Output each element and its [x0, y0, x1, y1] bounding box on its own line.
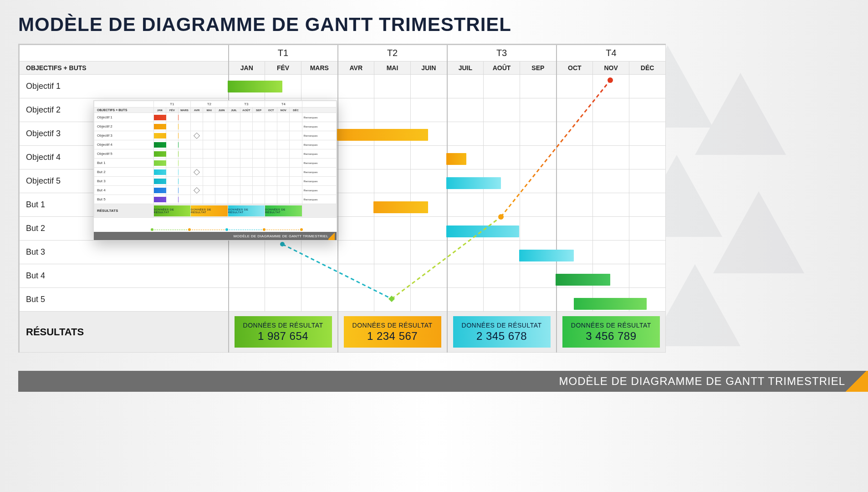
- result-t1: DONNÉES DE RÉSULTAT 1 987 654: [229, 312, 338, 353]
- result-t2: DONNÉES DE RÉSULTAT 1 234 567: [338, 312, 447, 353]
- page: MODÈLE DE DIAGRAMME DE GANTT TRIMESTRIEL…: [0, 0, 868, 492]
- result-t4: DONNÉES DE RÉSULTAT 3 456 789: [557, 312, 666, 353]
- month-juil: JUIL: [447, 62, 484, 75]
- month-mai: MAI: [374, 62, 411, 75]
- inset-footer: MODÈLE DE DIAGRAMME DE GANTT TRIMESTRIEL: [94, 232, 337, 240]
- row-but-3: But 3: [19, 241, 229, 264]
- month-aout: AOÛT: [484, 62, 520, 75]
- row-but-5: But 5: [19, 288, 229, 312]
- quarter-t4: T4: [557, 45, 666, 62]
- objectives-header: OBJECTIFS + BUTS: [19, 62, 229, 75]
- footer-accent-icon: [845, 371, 868, 392]
- month-oct: OCT: [557, 62, 593, 75]
- svg-marker-3: [713, 191, 804, 273]
- month-jan: JAN: [229, 62, 265, 75]
- month-fev: FÉV: [265, 62, 301, 75]
- month-juin: JUIN: [411, 62, 447, 75]
- quarter-t1: T1: [229, 45, 338, 62]
- result-t4-value: 3 456 789: [586, 330, 636, 343]
- result-caption: DONNÉES DE RÉSULTAT: [571, 322, 651, 329]
- quarter-t2: T2: [338, 45, 447, 62]
- month-avr: AVR: [338, 62, 374, 75]
- thumbnail-preview: T1 T2 T3 T4 OBJECTIFS + BUTS JAN FÉV MAR…: [93, 100, 337, 241]
- row-but-4: But 4: [19, 264, 229, 288]
- svg-marker-1: [695, 73, 786, 155]
- result-t3: DONNÉES DE RÉSULTAT 2 345 678: [447, 312, 557, 353]
- result-caption: DONNÉES DE RÉSULTAT: [243, 322, 323, 329]
- page-title: MODÈLE DE DIAGRAMME DE GANTT TRIMESTRIEL: [18, 14, 850, 36]
- result-t3-value: 2 345 678: [476, 330, 527, 343]
- results-label: RÉSULTATS: [19, 312, 229, 353]
- quarter-t3: T3: [447, 45, 557, 62]
- month-dec: DÉC: [629, 62, 666, 75]
- result-caption: DONNÉES DE RÉSULTAT: [462, 322, 542, 329]
- result-t2-value: 1 234 567: [367, 330, 418, 343]
- footer-bar: MODÈLE DE DIAGRAMME DE GANTT TRIMESTRIEL: [18, 371, 868, 392]
- month-sep: SEP: [520, 62, 557, 75]
- month-mars: MARS: [301, 62, 338, 75]
- month-nov: NOV: [593, 62, 629, 75]
- row-objectif-1: Objectif 1: [19, 75, 229, 98]
- result-t1-value: 1 987 654: [258, 330, 308, 343]
- footer-title: MODÈLE DE DIAGRAMME DE GANTT TRIMESTRIEL: [559, 371, 845, 392]
- result-caption: DONNÉES DE RÉSULTAT: [352, 322, 433, 329]
